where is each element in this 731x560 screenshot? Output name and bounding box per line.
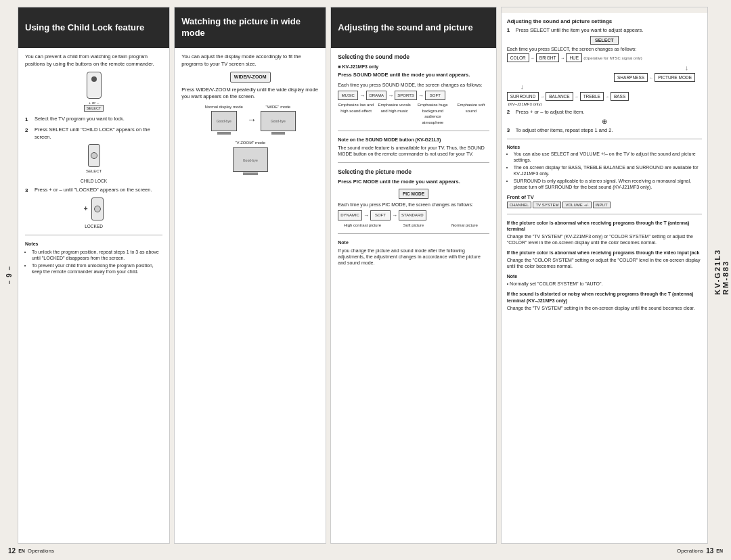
col2-header-text: Watching the picture in wide mode (181, 16, 319, 39)
ch-arrow4: → (540, 95, 544, 99)
select-label-under: SELECT (86, 168, 102, 174)
col2-instruction: Press WIDE/V-ZOOM repeatedly until the w… (181, 87, 319, 101)
chain-balance: BALANCE (546, 92, 573, 101)
right-sidebar: KV-G21L3RM-883 (712, 0, 731, 544)
select-btn-icon: SELECT (507, 36, 702, 45)
plus-icon: + (84, 204, 88, 214)
pic-note-title: Note (338, 239, 489, 246)
sound-instruction: Press SOUND MODE until the mode you want… (338, 72, 489, 79)
plus-minus-adj: ⊕ (507, 118, 702, 125)
footer: 12 EN Operations Operations 13 EN (0, 544, 731, 560)
adj-title: Adjusting the sound and picture settings (507, 18, 702, 24)
chain-treble: TREBLE (580, 92, 604, 101)
locked-remote-icon (91, 197, 104, 220)
tv-stand (271, 132, 285, 135)
select-btn: SELECT (590, 36, 619, 45)
chain-bass: BASS (611, 92, 629, 101)
col2-header: Watching the picture in wide mode (175, 7, 326, 48)
pic-note-text: If you change the picture and sound mode… (338, 248, 489, 266)
column-adjust-sound: Adjusting the sound and picture Selectin… (330, 7, 496, 544)
pic-mode-section: Selecting the picture mode Press PIC MOD… (338, 168, 489, 228)
col3-body: Selecting the sound mode ■ KV-J21MF3 onl… (331, 48, 495, 275)
detail-note: The on-screen display for BASS, TREBLE B… (514, 164, 702, 177)
notes-list: To unlock the program position, repeat s… (25, 249, 162, 275)
video-text: Change the "COLOR SYSTEM" setting or adj… (507, 257, 702, 269)
sound-soft: SOFT (425, 91, 445, 100)
detail-step1: 1 Press SELECT until the item you want t… (507, 27, 702, 33)
child-lock-diagram: SELECT (25, 144, 162, 174)
page-number-left: – 9 – (5, 266, 13, 284)
label-sports: Emphasize huge background audience atmos… (415, 102, 451, 125)
wide-button-diagram: WIDE/V-ZOOM (181, 72, 319, 83)
pic-label-standard: Normal picture (440, 223, 489, 228)
sound-note-label: ■ KV-J21MF3 only (338, 64, 489, 70)
btn-input: INPUT (593, 202, 611, 208)
video-note: If the picture color is abnormal when re… (507, 250, 702, 269)
ch-arrow5: → (575, 95, 579, 99)
tv-diagrams: Normal display mode Good-bye → "WIDE" mo… (181, 104, 319, 135)
ch-arrow3: ← (649, 76, 653, 80)
step3-num: 3 (507, 127, 514, 133)
sound-mode-labels: Emphasize low and high sound effect Emph… (338, 102, 489, 125)
sound-drama: DRAMA (366, 91, 386, 100)
column-wide-mode: Watching the picture in wide mode You ca… (174, 7, 326, 544)
step3-text: Press + or – until "LOCKED" appears on t… (35, 187, 152, 194)
col3-header-text: Adjusting the sound and picture (338, 22, 472, 34)
pic-soft: SOFT (370, 210, 391, 220)
sound-music: MUSIC (338, 91, 358, 100)
wide-btn-label: WIDE/V-ZOOM (230, 72, 271, 83)
detail-notes-title: Notes (507, 145, 702, 149)
page-num-right: 13 (706, 547, 713, 555)
pic-instruction: Press PIC MODE until the mode you want a… (338, 179, 489, 186)
pic-mode-btn: PIC MODE (399, 189, 428, 199)
front-tv-label: Front of TV (507, 194, 702, 200)
step2-num: 2 (25, 126, 32, 134)
btn-tvsystem: TV SYSTEM (533, 202, 561, 208)
ntsc-note: (Operative for NTSC signal only) (583, 56, 642, 60)
chain-bright: BRIGHT (536, 53, 560, 62)
remote-icon (87, 72, 102, 99)
step2-num: 2 (507, 109, 514, 115)
pic-label-dynamic: High contrast picture (338, 223, 386, 228)
antenna-note: If the picture color is abnormal when re… (507, 220, 702, 246)
step1-num: 1 (25, 116, 32, 123)
sound-flow: MUSIC → DRAMA → SPORTS → SOFT (338, 91, 489, 100)
normal-label: Normal display mode (205, 104, 243, 110)
sound-each: Each time you press SOUND MODE, the scre… (338, 82, 489, 89)
sound-sports: SPORTS (395, 91, 417, 100)
pic-flow: DYNAMIC → SOFT → STANDARD (338, 210, 489, 220)
distorted-title: If the sound is distorted or noisy when … (507, 291, 694, 302)
detail-notes-list: You can also use SELECT and VOLUME +/– o… (507, 151, 702, 191)
col1-header-text: Using the Child Lock feature (25, 22, 144, 34)
chain-color: COLOR (507, 53, 529, 62)
col1-step1: 1 Select the TV program you want to lock… (25, 116, 162, 123)
arrow3: → (418, 92, 424, 99)
sound-note-section: Note on the SOUND MODE button (KV-G21L3)… (338, 137, 489, 157)
arrow-wide: → (247, 114, 257, 127)
col1-step2: 2 Press SELECT until "CHILD LOCK" appear… (25, 126, 162, 141)
label-drama: Emphasize vocals and high music (376, 102, 413, 125)
col3-header: Adjusting the sound and picture (331, 7, 495, 48)
normal-tv: Normal display mode Good-bye (205, 104, 243, 135)
step1-text: Select the TV program you want to lock. (35, 116, 125, 123)
note2-text: • Normally set "COLOR SYSTEM" to "AUTO". (507, 281, 702, 287)
col4-body: Adjusting the sound and picture settings… (502, 13, 707, 318)
wide-screen: Good-bye (261, 111, 296, 131)
chain-hue: HUE (566, 53, 582, 62)
arrow2: → (388, 92, 393, 99)
page-label-left: Operations (28, 548, 54, 554)
note-item: To unlock the program position, repeat s… (32, 249, 162, 261)
kv-note1: (KV–J21MF3 only) (508, 102, 702, 106)
select-button-icon (88, 144, 100, 167)
locked-label: LOCKED (25, 223, 162, 229)
step1-text: Press SELECT until the item you want to … (516, 27, 644, 33)
chain-surround: SURROUND (507, 92, 539, 101)
arrow4: → (363, 212, 369, 219)
antenna-title: If the picture color is abnormal when re… (507, 220, 690, 231)
down-arrow2: ↓ (520, 83, 702, 91)
page-num-left: 12 (8, 547, 16, 555)
plus-minus-icon: + (25, 197, 162, 220)
note-item: To prevent your child from unlocking the… (32, 262, 162, 275)
step3-num: 3 (25, 187, 32, 194)
down-arrow1: ↓ (507, 64, 688, 72)
